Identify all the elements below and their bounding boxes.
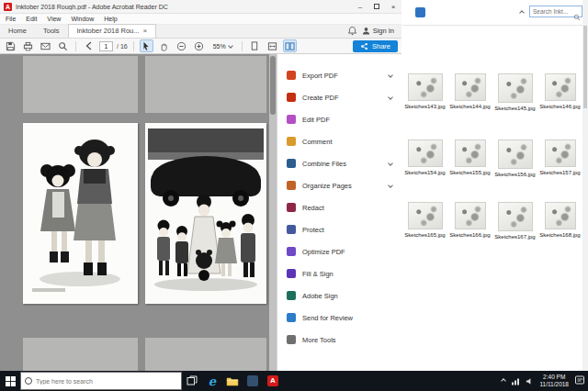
acrobat-toolbar: / 16 55% [0,39,401,54]
ribbon-app-icon[interactable] [415,7,425,17]
tool-label: Fill & Sign [302,270,334,278]
file-item[interactable]: Sketches143.jpg [402,73,447,111]
tool-more-tools[interactable]: More Tools [277,329,401,351]
cortana-icon [25,377,32,385]
partial-page-above-left[interactable] [23,56,138,113]
tab-document[interactable]: Inktober 2018 Rou... × [68,24,157,38]
file-item[interactable]: Sketches166.jpg [447,202,492,240]
generic-app-icon[interactable] [243,371,263,391]
share-button[interactable]: Share [353,40,398,52]
file-thumbnail [455,140,486,167]
tool-label: Send for Review [302,314,353,322]
ribbon-collapse-icon[interactable] [519,10,525,16]
adobe-reader-taskbar-icon[interactable]: A [263,371,283,391]
single-page-view-icon[interactable] [248,39,262,52]
file-name: Sketches145.jpg [494,106,535,111]
close-tab-icon[interactable]: × [143,28,148,35]
partial-page-below-right[interactable] [145,338,266,371]
tool-redact[interactable]: Redact [277,196,401,218]
save-icon[interactable] [4,39,17,52]
menu-window[interactable]: Window [71,16,94,22]
menu-view[interactable]: View [47,16,61,22]
file-item[interactable]: Sketches168.jpg [537,202,582,240]
file-row: Sketches143.jpg Sketches144.jpg Sketches… [402,73,582,111]
file-thumbnail [498,202,533,231]
file-thumbnail [545,73,576,101]
minimize-button[interactable]: – [352,0,368,14]
tool-create-pdf[interactable]: Create PDF [277,86,401,108]
page-number-input[interactable] [99,41,113,51]
taskbar-search[interactable] [20,372,182,390]
hand-tool-icon[interactable] [157,39,171,52]
taskbar: e A 2:40 PM 11/11/2018 [0,371,588,391]
tool-send-for-review[interactable]: Send for Review [277,307,401,329]
maximize-button[interactable] [368,0,385,14]
file-item[interactable]: Sketches156.jpg [492,140,537,177]
tool-export-pdf[interactable]: Export PDF [277,64,401,86]
partial-page-above-right[interactable] [145,56,266,113]
file-thumbnail [408,202,443,229]
file-item[interactable]: Sketches146.jpg [537,73,582,111]
action-center-icon[interactable] [574,373,585,389]
network-icon[interactable] [511,373,520,389]
tab-tools[interactable]: Tools [35,24,68,38]
two-page-view-icon[interactable] [283,39,297,52]
file-name: Sketches167.jpg [494,234,535,240]
volume-icon[interactable] [526,373,534,389]
file-item[interactable]: Sketches165.jpg [402,202,447,240]
pdf-page-left[interactable] [23,123,138,304]
partial-page-below-left[interactable] [23,338,138,371]
chevron-down-icon [388,161,393,166]
tab-bar: Home Tools Inktober 2018 Rou... × Sign I… [0,25,401,39]
tray-expand-icon[interactable] [502,378,507,384]
previous-page-icon[interactable] [82,39,96,52]
file-item[interactable]: Sketches157.jpg [537,140,582,177]
task-view-button[interactable] [182,371,202,391]
tool-adobe-sign[interactable]: Adobe Sign [277,285,401,307]
explorer-scrollbar[interactable] [582,0,588,371]
file-item[interactable]: Sketches145.jpg [492,73,537,111]
file-item[interactable]: Sketches154.jpg [402,140,447,177]
search-icon[interactable] [56,39,70,52]
zoom-in-icon[interactable] [192,39,206,52]
tool-organize-pages[interactable]: Organize Pages [277,174,401,196]
print-icon[interactable] [21,39,35,52]
document-scrollbar-thumb[interactable] [270,56,276,115]
tool-edit-pdf[interactable]: Edit PDF [277,108,401,130]
edge-icon[interactable]: e [202,371,222,391]
menu-edit[interactable]: Edit [26,16,37,22]
person-icon [362,27,370,35]
tool-combine-files[interactable]: Combine Files [277,152,401,174]
zoom-out-icon[interactable] [175,39,188,52]
start-button[interactable] [0,371,20,391]
document-area[interactable] [0,54,277,371]
tool-optimize-pdf[interactable]: Optimize PDF [277,240,401,263]
pdf-page-right[interactable] [145,123,266,304]
desktop: A Inktober 2018 Rough.pdf - Adobe Acroba… [0,0,588,391]
menu-help[interactable]: Help [104,16,117,22]
document-scrollbar[interactable] [269,54,277,371]
tab-home[interactable]: Home [0,24,35,38]
taskbar-clock[interactable]: 2:40 PM 11/11/2018 [539,374,569,388]
file-item[interactable]: Sketches155.jpg [447,140,492,177]
selection-tool-icon[interactable] [140,39,153,52]
tool-protect[interactable]: Protect [277,218,401,240]
file-explorer-icon[interactable] [222,371,243,391]
tool-comment[interactable]: Comment [277,130,401,152]
fit-width-icon[interactable] [266,39,279,52]
sign-in-button[interactable]: Sign In [362,27,394,35]
taskbar-search-input[interactable] [36,378,164,385]
file-name: Sketches143.jpg [404,104,445,109]
tool-label: Edit PDF [302,116,330,124]
close-button[interactable]: × [385,0,401,14]
file-item[interactable]: Sketches144.jpg [447,73,492,111]
file-item[interactable]: Sketches167.jpg [492,202,537,240]
clock-time: 2:40 PM [543,374,565,381]
zoom-level-dropdown[interactable]: 55% [209,41,236,51]
menu-file[interactable]: File [6,16,16,22]
notifications-bell-icon[interactable] [347,23,357,39]
tool-fill-sign[interactable]: Fill & Sign [277,263,401,285]
email-icon[interactable] [39,39,52,52]
explorer-scrollbar-thumb[interactable] [583,26,587,108]
file-name: Sketches155.jpg [449,170,490,175]
